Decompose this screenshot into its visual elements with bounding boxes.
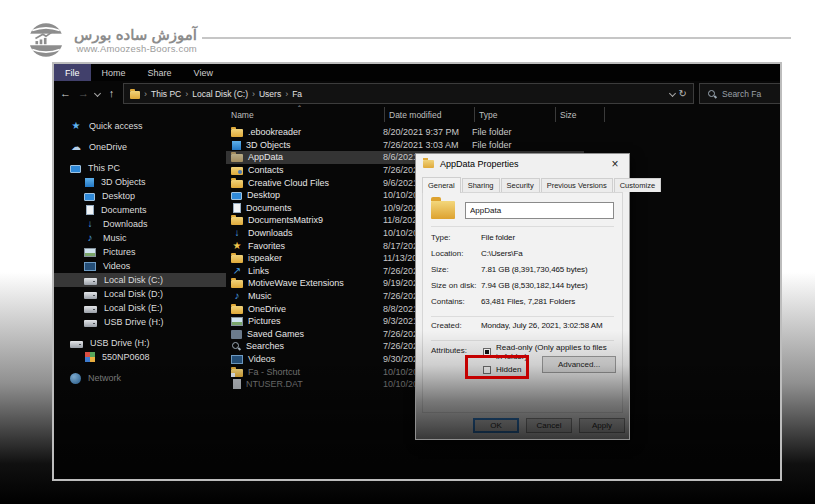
sidebar-item-videos[interactable]: Videos <box>54 259 226 273</box>
file-row-3d-objects[interactable]: 3D Objects7/26/2021 3:03 AMFile folder <box>226 139 584 152</box>
field-value: C:\Users\Fa <box>481 249 523 258</box>
address-bar[interactable]: ›This PC›Local Disk (C:)›Users›Fa ↻ <box>123 83 694 104</box>
file-name-cell: ★Favorites <box>226 241 379 251</box>
sidebar-item-downloads[interactable]: ↓Downloads <box>54 217 226 231</box>
sidebar-item-usb-drive-h[interactable]: USB Drive (H:) <box>54 315 226 329</box>
sidebar-item-usb-drive-h[interactable]: USB Drive (H:) <box>54 336 226 350</box>
3d-objects-icon <box>232 141 241 150</box>
field-value: 63,481 Files, 7,281 Folders <box>481 297 575 306</box>
file-name: Videos <box>248 354 275 364</box>
column-header-size[interactable]: Size <box>556 107 605 122</box>
file-date: 7/26/2021 3:03 AM <box>379 140 468 150</box>
column-header-date-modified[interactable]: Date modified <box>385 107 475 122</box>
file-name: NTUSER.DAT <box>246 379 303 389</box>
ok-button[interactable]: OK <box>473 418 519 433</box>
file-name: Pictures <box>248 316 281 326</box>
navigation-pane: ★Quick access☁OneDriveThis PC3D ObjectsD… <box>54 106 226 475</box>
cancel-button[interactable]: Cancel <box>526 418 572 433</box>
dialog-title-bar[interactable]: AppData Properties × <box>416 154 629 174</box>
dialog-tab-sharing[interactable]: Sharing <box>462 178 500 192</box>
onedrive-icon: ☁ <box>70 142 82 152</box>
address-dropdown-chevron-icon[interactable] <box>669 90 676 97</box>
search-box[interactable]: Search Fa <box>699 83 780 104</box>
dialog-tab-security[interactable]: Security <box>501 178 540 192</box>
file-name-cell: AppData <box>226 152 379 162</box>
sidebar-item-network[interactable]: Network <box>54 371 226 385</box>
sidebar-item-desktop[interactable]: Desktop <box>54 189 226 203</box>
dialog-tab-general[interactable]: General <box>422 177 461 193</box>
folder-name-row <box>423 193 622 219</box>
quick-access-star-icon: ★ <box>70 121 82 131</box>
file-name: MotiveWave Extensions <box>248 278 344 288</box>
folder-icon <box>231 217 243 225</box>
file-name-cell: Documents <box>226 203 379 213</box>
up-arrow-icon[interactable]: ↑ <box>105 88 118 99</box>
sidebar-item-music[interactable]: ♪Music <box>54 231 226 245</box>
file-name-cell: Creative Cloud Files <box>226 178 379 188</box>
sidebar-item-3d-objects[interactable]: 3D Objects <box>54 175 226 189</box>
ribbon-tab-view[interactable]: View <box>183 64 224 81</box>
sd-card-icon <box>85 352 90 357</box>
drive-icon <box>84 292 97 299</box>
ribbon-tab-file[interactable]: File <box>54 64 91 81</box>
desktop-icon <box>84 193 95 201</box>
breadcrumb-separator: › <box>185 89 188 99</box>
recent-locations-chevron-icon[interactable] <box>94 90 101 97</box>
shortcut-folder-icon <box>231 369 243 377</box>
file-row-ebookreader[interactable]: .ebookreader8/20/2021 9:37 PMFile folder <box>226 126 584 139</box>
file-name: Saved Games <box>247 329 304 339</box>
back-arrow-icon[interactable]: ← <box>59 88 72 99</box>
sidebar-item-local-disk-c[interactable]: Local Disk (C:) <box>54 273 226 287</box>
file-name-cell: Fa - Shortcut <box>226 367 379 377</box>
breadcrumb-item-this-pc[interactable]: This PC <box>151 89 181 99</box>
field-label: Size: <box>431 265 481 274</box>
close-icon[interactable]: × <box>608 157 622 171</box>
file-name-cell: ↗Links <box>226 266 379 276</box>
site-url: www.Amoozesh-Boors.com <box>76 43 197 54</box>
sidebar-item-quick-access[interactable]: ★Quick access <box>54 119 226 133</box>
sidebar-item-onedrive[interactable]: ☁OneDrive <box>54 140 226 154</box>
folder-name-input[interactable] <box>465 202 614 219</box>
favorites-star-icon: ★ <box>231 241 243 251</box>
column-header-name[interactable]: Nameˆ <box>226 107 385 122</box>
appdata-properties-dialog: AppData Properties × GeneralSharingSecur… <box>415 153 630 440</box>
advanced-button[interactable]: Advanced... <box>542 356 616 373</box>
ribbon-tab-home[interactable]: Home <box>91 64 137 81</box>
apply-button[interactable]: Apply <box>579 418 625 433</box>
contacts-icon <box>231 167 243 175</box>
breadcrumb-item-fa[interactable]: Fa <box>292 89 302 99</box>
field-value: 7.81 GB (8,391,730,465 bytes) <box>481 265 588 274</box>
sidebar-item-pictures[interactable]: Pictures <box>54 245 226 259</box>
forward-arrow-icon[interactable]: → <box>77 88 90 99</box>
network-icon <box>70 373 81 384</box>
dialog-folder-icon <box>423 160 434 168</box>
field-label: Type: <box>431 233 481 242</box>
sidebar-item-550np0608[interactable]: 550NP0608 <box>54 350 226 364</box>
sidebar-item-this-pc[interactable]: This PC <box>54 161 226 175</box>
sidebar-item-local-disk-e[interactable]: Local Disk (E:) <box>54 301 226 315</box>
file-date: 8/20/2021 9:37 PM <box>379 127 468 137</box>
dialog-tab-customize[interactable]: Customize <box>614 178 661 192</box>
breadcrumb-item-users[interactable]: Users <box>259 89 281 99</box>
column-header-type[interactable]: Type <box>475 107 556 122</box>
file-name-cell: ispeaker <box>226 253 379 263</box>
dialog-tab-previous-versions[interactable]: Previous Versions <box>541 178 613 192</box>
ribbon-tab-share[interactable]: Share <box>137 64 183 81</box>
file-name-cell: NTUSER.DAT <box>226 379 379 389</box>
file-name: Searches <box>246 341 284 351</box>
file-name-cell: Pictures <box>226 316 379 326</box>
usb-drive-icon <box>70 341 83 348</box>
sidebar-item-label: 550NP0608 <box>102 352 150 362</box>
refresh-icon[interactable]: ↻ <box>679 88 687 99</box>
file-name: Fa - Shortcut <box>248 367 300 377</box>
breadcrumb-item-local-disk-c[interactable]: Local Disk (C:) <box>192 89 248 99</box>
sidebar-item-local-disk-d[interactable]: Local Disk (D:) <box>54 287 226 301</box>
file-name: OneDrive <box>248 304 286 314</box>
breadcrumb-separator: › <box>252 89 255 99</box>
file-name: Links <box>248 266 269 276</box>
file-name-cell: OneDrive <box>226 304 379 314</box>
sidebar-item-documents[interactable]: Documents <box>54 203 226 217</box>
file-name-cell: ♪Music <box>226 291 379 301</box>
dialog-tab-strip: GeneralSharingSecurityPrevious VersionsC… <box>422 177 662 192</box>
documents-icon <box>233 203 241 213</box>
